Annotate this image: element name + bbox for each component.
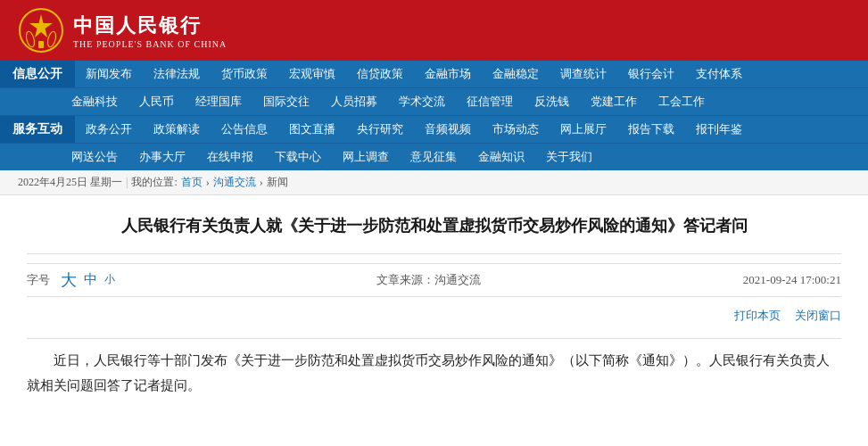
- meta-bar: 字号 大 中 小 文章来源：沟通交流 2021-09-24 17:00:21: [27, 263, 841, 297]
- nav-row-1: 信息公开 新闻发布 法律法规 货币政策 宏观审慎 信贷政策 金融市场 金融稳定 …: [0, 61, 868, 88]
- nav-item-market[interactable]: 市场动态: [482, 116, 550, 143]
- print-button[interactable]: 打印本页: [734, 308, 781, 324]
- nav-item-policy-interp[interactable]: 政策解读: [143, 116, 211, 143]
- nav-item-stability[interactable]: 金融稳定: [482, 61, 550, 87]
- nav-items-row3: 政务公开 政策解读 公告信息 图文直播 央行研究 音频视频 市场动态 网上展厅 …: [75, 116, 868, 143]
- nav-item-reports[interactable]: 报告下载: [617, 116, 685, 143]
- nav-item-service-hall[interactable]: 办事大厅: [128, 144, 196, 170]
- nav-item-yearbook[interactable]: 报刊年鉴: [685, 116, 753, 143]
- breadcrumb-divider: |: [126, 176, 128, 189]
- nav-item-payment[interactable]: 支付体系: [685, 61, 753, 87]
- nav-item-survey2[interactable]: 网上调查: [332, 144, 400, 170]
- nav-item-academic[interactable]: 学术交流: [388, 88, 456, 115]
- nav-items-row2: 金融科技 人民币 经理国库 国际交往 人员招募 学术交流 征信管理 反洗钱 党建…: [61, 88, 868, 115]
- nav-item-accounting[interactable]: 银行会计: [617, 61, 685, 87]
- logo-container: 中国人民银行 THE PEOPLE'S BANK OF CHINA: [18, 7, 227, 54]
- nav-item-rmb[interactable]: 人民币: [128, 88, 185, 115]
- logo-en: THE PEOPLE'S BANK OF CHINA: [73, 39, 227, 49]
- nav-row-4: 网送公告 办事大厅 在线申报 下载中心 网上调查 意见征集 金融知识 关于我们: [0, 144, 868, 170]
- nav-item-monetary[interactable]: 货币政策: [211, 61, 278, 87]
- content-area: 人民银行有关负责人就《关于进一步防范和处置虚拟货币交易炒作风险的通知》答记者问 …: [0, 195, 868, 417]
- nav-item-govopen[interactable]: 政务公开: [75, 116, 143, 143]
- nav-item-treasury[interactable]: 经理国库: [185, 88, 252, 115]
- logo-cn: 中国人民银行: [73, 12, 227, 39]
- font-small-button[interactable]: 小: [104, 272, 115, 287]
- nav-item-recruit[interactable]: 人员招募: [320, 88, 388, 115]
- breadcrumb-home[interactable]: 首页: [181, 175, 203, 190]
- nav-item-download[interactable]: 下载中心: [264, 144, 332, 170]
- nav-item-credit[interactable]: 信贷政策: [346, 61, 414, 87]
- nav-item-survey[interactable]: 调查统计: [550, 61, 617, 87]
- nav-item-feedback[interactable]: 意见征集: [400, 144, 467, 170]
- nav-row-2: 金融科技 人民币 经理国库 国际交往 人员招募 学术交流 征信管理 反洗钱 党建…: [0, 88, 868, 116]
- nav-item-online-declare[interactable]: 在线申报: [196, 144, 264, 170]
- nav-item-about[interactable]: 关于我们: [535, 144, 603, 170]
- source-label: 文章来源：: [376, 273, 434, 286]
- breadcrumb-label: 我的位置:: [131, 175, 177, 190]
- font-label: 字号: [27, 272, 50, 288]
- close-button[interactable]: 关闭窗口: [795, 308, 841, 324]
- meta-datetime: 2021-09-24 17:00:21: [743, 273, 841, 287]
- breadcrumb-section[interactable]: 沟通交流: [213, 175, 256, 190]
- site-header: 中国人民银行 THE PEOPLE'S BANK OF CHINA: [0, 0, 868, 61]
- nav-item-aml[interactable]: 反洗钱: [524, 88, 580, 115]
- nav-label-service: 服务互动: [0, 116, 75, 143]
- nav-item-audio[interactable]: 音频视频: [414, 116, 482, 143]
- nav-items-row4: 网送公告 办事大厅 在线申报 下载中心 网上调查 意见征集 金融知识 关于我们: [61, 144, 868, 170]
- nav-items-row1: 新闻发布 法律法规 货币政策 宏观审慎 信贷政策 金融市场 金融稳定 调查统计 …: [75, 61, 868, 87]
- nav-label-info: 信息公开: [0, 61, 75, 87]
- nav-row-3: 服务互动 政务公开 政策解读 公告信息 图文直播 央行研究 音频视频 市场动态 …: [0, 116, 868, 144]
- divider-bottom: [27, 338, 841, 339]
- breadcrumb: 2022年4月25日 星期一 | 我的位置: 首页 › 沟通交流 › 新闻: [0, 170, 868, 195]
- nav-item-financial-market[interactable]: 金融市场: [414, 61, 482, 87]
- nav-item-notice-send[interactable]: 网送公告: [61, 144, 128, 170]
- logo-emblem-icon: [18, 7, 64, 54]
- nav-item-live[interactable]: 图文直播: [278, 116, 346, 143]
- article-title: 人民银行有关负责人就《关于进一步防范和处置虚拟货币交易炒作风险的通知》答记者问: [27, 213, 841, 239]
- nav-item-fin-knowledge[interactable]: 金融知识: [467, 144, 535, 170]
- nav-label-2: [0, 88, 61, 115]
- breadcrumb-current: 新闻: [267, 175, 288, 190]
- nav-item-law[interactable]: 法律法规: [143, 61, 211, 87]
- svg-rect-4: [38, 41, 44, 48]
- breadcrumb-sep1: ›: [206, 176, 210, 189]
- nav-label-4: [0, 144, 61, 170]
- divider-top: [27, 253, 841, 254]
- logo-text: 中国人民银行 THE PEOPLE'S BANK OF CHINA: [73, 12, 227, 49]
- nav-item-intl[interactable]: 国际交往: [252, 88, 320, 115]
- nav-item-research[interactable]: 央行研究: [346, 116, 414, 143]
- nav-item-notice[interactable]: 公告信息: [211, 116, 278, 143]
- breadcrumb-date: 2022年4月25日 星期一: [18, 175, 122, 190]
- nav-item-fintech[interactable]: 金融科技: [61, 88, 128, 115]
- source-value: 沟通交流: [434, 273, 481, 286]
- meta-left: 字号 大 中 小: [27, 269, 115, 291]
- font-large-button[interactable]: 大: [61, 269, 77, 291]
- meta-source: 文章来源：沟通交流: [376, 272, 481, 288]
- nav-item-news[interactable]: 新闻发布: [75, 61, 143, 87]
- breadcrumb-sep2: ›: [260, 176, 263, 189]
- nav-item-party[interactable]: 党建工作: [580, 88, 648, 115]
- nav-item-union[interactable]: 工会工作: [648, 88, 715, 115]
- font-medium-button[interactable]: 中: [84, 271, 97, 288]
- article-body-p1: 近日，人民银行等十部门发布《关于进一步防范和处置虚拟货币交易炒作风险的通知》（以…: [27, 348, 841, 399]
- nav-item-online-hall[interactable]: 网上展厅: [550, 116, 617, 143]
- nav-item-macro[interactable]: 宏观审慎: [278, 61, 346, 87]
- action-bar: 打印本页 关闭窗口: [27, 304, 841, 327]
- nav-item-credit-ref[interactable]: 征信管理: [456, 88, 524, 115]
- main-nav: 信息公开 新闻发布 法律法规 货币政策 宏观审慎 信贷政策 金融市场 金融稳定 …: [0, 61, 868, 170]
